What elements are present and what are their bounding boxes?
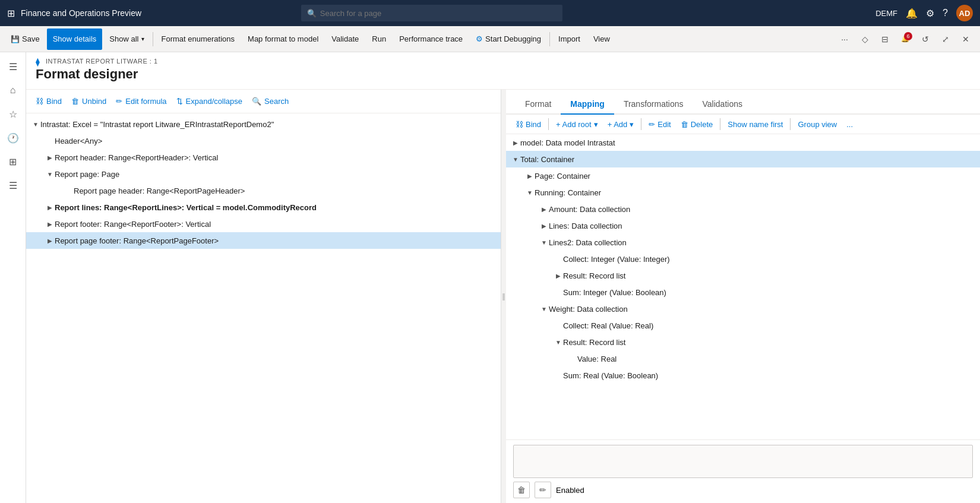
right-tree-total[interactable]: ▼ Total: Container [506, 151, 980, 167]
tree-item-intrastat[interactable]: ▼ Intrastat: Excel = "Intrastat report L… [26, 116, 501, 132]
tab-validations[interactable]: Validations [693, 94, 752, 115]
validate-button[interactable]: Validate [325, 29, 365, 50]
edit-icon: ✏ [116, 97, 122, 106]
notification-icon[interactable]: 🔔 [906, 8, 918, 19]
close-icon[interactable]: ✕ [956, 30, 975, 49]
toolbar-separator-1 [153, 32, 153, 46]
tree-item-label: Report footer: Range<ReportFooter>: Vert… [55, 220, 501, 229]
right-tree-value-real[interactable]: Value: Real [506, 350, 980, 367]
tree-item-label: Lines: Data collection [549, 222, 622, 230]
tree-item-label: Value: Real [577, 355, 617, 363]
formula-box[interactable] [513, 445, 973, 478]
mapping-delete-button[interactable]: 🗑 Delete [678, 119, 716, 130]
panel-splitter[interactable]: ‖ [501, 90, 506, 503]
formula-edit-button[interactable]: ✏ [535, 482, 551, 498]
avatar[interactable]: AD [956, 5, 973, 21]
tree-item-report-page[interactable]: ▼ Report page: Page [26, 166, 501, 182]
right-tree-collect-real[interactable]: Collect: Real (Value: Real) [506, 317, 980, 334]
right-tree-lines2[interactable]: ▼ Lines2: Data collection [506, 234, 980, 251]
enabled-row: 🗑 ✏ Enabled [513, 482, 973, 498]
right-tree-collect-int[interactable]: Collect: Integer (Value: Integer) [506, 251, 980, 267]
tree-item-label: Result: Record list [563, 338, 625, 347]
content-area: ⧫ INTRASTAT REPORT LITWARE : 1 Format de… [26, 52, 980, 503]
favorite-icon[interactable]: ◇ [855, 30, 874, 49]
edit-formula-button[interactable]: ✏ Edit formula [116, 97, 166, 106]
tab-format[interactable]: Format [516, 94, 561, 115]
expand-collapse-button[interactable]: ⇅ Expand/collapse [176, 97, 242, 106]
map-format-to-model-button[interactable]: Map format to model [242, 29, 324, 50]
page-title: Format designer [36, 67, 970, 82]
panel-icon[interactable]: ⊟ [875, 30, 894, 49]
mapping-sep-4 [790, 118, 791, 130]
formula-delete-button[interactable]: 🗑 [513, 482, 530, 498]
add-button[interactable]: + Add ▾ [605, 119, 637, 130]
performance-trace-button[interactable]: Performance trace [393, 29, 469, 50]
search-icon: 🔍 [307, 9, 317, 18]
nav-star-icon[interactable]: ☆ [2, 103, 24, 125]
tree-item-report-lines[interactable]: ▶ Report lines: Range<ReportLines>: Vert… [26, 199, 501, 216]
show-all-button[interactable]: Show all ▾ [103, 29, 150, 50]
mapping-sep-3 [720, 118, 720, 130]
tree-item-report-footer[interactable]: ▶ Report footer: Range<ReportFooter>: Ve… [26, 216, 501, 232]
view-button[interactable]: View [587, 29, 616, 50]
refresh-icon[interactable]: ↺ [916, 30, 935, 49]
tree-item-report-page-footer[interactable]: ▶ Report page footer: Range<ReportPageFo… [26, 232, 501, 249]
show-details-button[interactable]: Show details [47, 29, 103, 50]
help-icon[interactable]: ? [943, 8, 948, 18]
run-button[interactable]: Run [366, 29, 392, 50]
nav-home-icon[interactable]: ⌂ [2, 80, 24, 101]
tree-item-report-page-header[interactable]: Report page header: Range<ReportPageHead… [26, 182, 501, 199]
right-tree-sum-real[interactable]: Sum: Real (Value: Boolean) [506, 367, 980, 384]
tab-mapping[interactable]: Mapping [561, 94, 614, 115]
mapping-tree[interactable]: ▶ model: Data model Intrastat ▼ Total: C… [506, 134, 980, 439]
right-tree-weight[interactable]: ▼ Weight: Data collection [506, 300, 980, 317]
import-button[interactable]: Import [552, 29, 586, 50]
grid-icon[interactable]: ⊞ [7, 8, 15, 19]
save-icon: 💾 [11, 35, 20, 43]
nav-menu-icon[interactable]: ☰ [2, 56, 24, 77]
nav-grid-icon[interactable]: ⊞ [2, 151, 24, 172]
edit-icon: ✏ [539, 485, 546, 495]
add-root-button[interactable]: + Add root ▾ [554, 119, 600, 130]
right-tree-result-2[interactable]: ▼ Result: Record list [506, 334, 980, 350]
right-tree-model[interactable]: ▶ model: Data model Intrastat [506, 134, 980, 151]
left-panel: ⛓ Bind 🗑 Unbind ✏ Edit formula ⇅ Expand/… [26, 90, 501, 503]
right-tree-sum-int[interactable]: Sum: Integer (Value: Boolean) [506, 284, 980, 300]
right-tree-running[interactable]: ▼ Running: Container [506, 184, 980, 201]
mapping-edit-button[interactable]: ✏ Edit [646, 119, 673, 130]
right-tree-result-1[interactable]: ▶ Result: Record list [506, 267, 980, 284]
format-enumerations-button[interactable]: Format enumerations [156, 29, 241, 50]
tab-transformations[interactable]: Transformations [614, 94, 693, 115]
filter-icon[interactable]: ⧫ [36, 57, 40, 67]
nav-list-icon[interactable]: ☰ [2, 175, 24, 196]
tree-item-header[interactable]: Header<Any> [26, 132, 501, 149]
search-input[interactable] [320, 9, 557, 18]
mapping-bind-button[interactable]: ⛓ Bind [513, 119, 543, 130]
right-tree-page[interactable]: ▶ Page: Container [506, 167, 980, 184]
save-button[interactable]: 💾 Save [5, 29, 46, 50]
more-button[interactable]: ··· [835, 30, 854, 49]
start-debugging-button[interactable]: ⚙ Start Debugging [470, 29, 547, 50]
toggle-icon [554, 321, 563, 330]
show-name-first-button[interactable]: Show name first [725, 119, 785, 130]
unbind-button[interactable]: 🗑 Unbind [71, 97, 106, 106]
nav-recent-icon[interactable]: 🕐 [2, 127, 24, 148]
more-options-button[interactable]: ... [844, 119, 855, 130]
bind-button[interactable]: ⛓ Bind [36, 97, 62, 106]
tree-item-label: Report lines: Range<ReportLines>: Vertic… [55, 203, 501, 212]
toggle-icon: ▶ [539, 221, 549, 230]
tree-item-label: Report page footer: Range<ReportPageFoot… [55, 236, 501, 245]
search-button[interactable]: 🔍 Search [252, 97, 289, 106]
badge-icon[interactable]: 🔔 6 [896, 30, 915, 49]
format-tree[interactable]: ▼ Intrastat: Excel = "Intrastat report L… [26, 113, 501, 503]
global-search[interactable]: 🔍 [301, 5, 562, 21]
right-tree-amount[interactable]: ▶ Amount: Data collection [506, 201, 980, 217]
expand-icon[interactable]: ⤢ [936, 30, 955, 49]
tree-item-report-header[interactable]: ▶ Report header: Range<ReportHeader>: Ve… [26, 149, 501, 166]
group-view-button[interactable]: Group view [795, 119, 839, 130]
right-tree-lines[interactable]: ▶ Lines: Data collection [506, 217, 980, 234]
toggle-icon: ▶ [511, 138, 520, 147]
debug-icon: ⚙ [476, 34, 483, 43]
settings-icon[interactable]: ⚙ [926, 8, 934, 19]
tree-item-label: Report page header: Range<ReportPageHead… [74, 186, 501, 195]
